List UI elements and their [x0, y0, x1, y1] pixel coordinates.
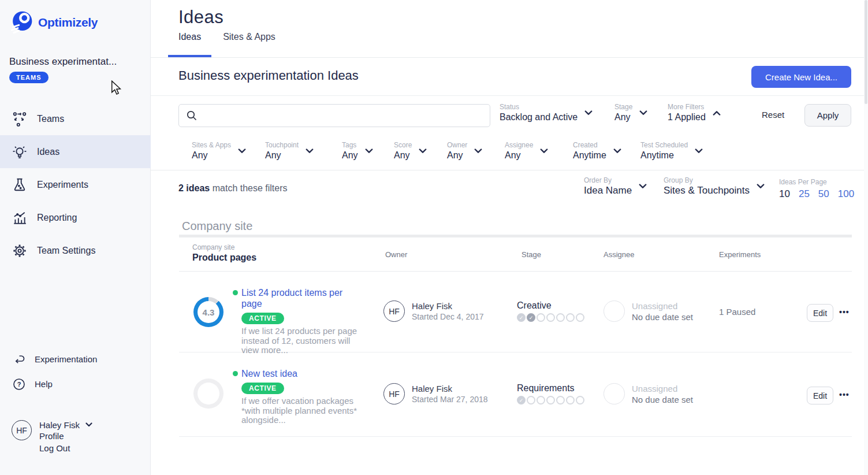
- scrollbar[interactable]: [864, 0, 868, 475]
- stage-filter[interactable]: Stage Any: [614, 103, 647, 123]
- per-page-50[interactable]: 50: [818, 188, 829, 200]
- test-scheduled-filter[interactable]: Test Scheduled Anytime: [640, 141, 703, 161]
- sidebar-nav: Teams Ideas: [0, 102, 151, 267]
- sidebar-item-reporting[interactable]: Reporting: [0, 201, 151, 234]
- sidebar-item-teams[interactable]: Teams: [0, 102, 151, 135]
- user-avatar[interactable]: HF: [12, 420, 32, 440]
- sidebar-item-experimentation[interactable]: Experimentation: [0, 347, 151, 372]
- table-header-assignee: Assignee: [603, 250, 634, 259]
- search-icon: [186, 110, 198, 121]
- order-by-label: Order By: [584, 176, 632, 185]
- order-by-value: Idea Name: [584, 185, 632, 196]
- logout-link[interactable]: Log Out: [39, 443, 92, 455]
- chevron-down-icon: [474, 149, 482, 154]
- return-arrow-icon: [13, 354, 25, 365]
- logo-wordmark: Optimizely: [38, 16, 98, 29]
- owner-name: Haley Fisk: [412, 383, 488, 394]
- filter-value: 1 Applied: [668, 112, 706, 123]
- filter-value: Any: [447, 150, 467, 161]
- page-title: Ideas: [178, 7, 223, 28]
- assignee-filter[interactable]: Assignee Any: [505, 141, 548, 161]
- filter-value: Any: [614, 112, 632, 123]
- filter-label: Assignee: [505, 141, 533, 150]
- group-by-dropdown[interactable]: Group By Sites & Touchpoints: [664, 176, 765, 196]
- score-value: [198, 383, 219, 405]
- apply-button[interactable]: Apply: [804, 104, 851, 127]
- status-filter[interactable]: Status Backlog and Active: [500, 103, 593, 123]
- sidebar-item-experiments[interactable]: Experiments: [0, 168, 151, 201]
- stage-name: Creative: [517, 300, 586, 311]
- tags-filter[interactable]: Tags Any: [342, 141, 373, 161]
- chevron-down-icon: [695, 149, 703, 154]
- group-by-value: Sites & Touchpoints: [664, 185, 750, 196]
- score-ring: 4.3: [193, 297, 223, 327]
- team-name: Business experimentat...: [9, 56, 117, 68]
- owner-started: Started Mar 27, 2018: [412, 394, 488, 405]
- table-header-stage: Stage: [521, 250, 541, 259]
- edit-button[interactable]: Edit: [807, 387, 833, 405]
- edit-button[interactable]: Edit: [807, 304, 833, 322]
- tab-sites-apps[interactable]: Sites & Apps: [223, 32, 275, 57]
- optimizely-logo-icon: [9, 10, 33, 35]
- chevron-down-icon: [419, 149, 427, 154]
- scrollbar-thumb[interactable]: [865, 0, 867, 104]
- idea-title-link[interactable]: New test idea: [233, 368, 359, 379]
- tab-bar: Ideas Sites & Apps: [178, 32, 297, 57]
- bar-chart-icon: [12, 210, 28, 225]
- reset-button[interactable]: Reset: [762, 110, 784, 120]
- idea-title-link[interactable]: List 24 product items per page: [233, 287, 359, 309]
- user-block: HF Haley Fisk Profile Log Out: [12, 418, 92, 455]
- more-filters[interactable]: More Filters 1 Applied: [668, 103, 721, 123]
- chevron-down-icon: [238, 149, 246, 154]
- filter-label: Score: [394, 141, 412, 150]
- order-by-dropdown[interactable]: Order By Idea Name: [584, 176, 647, 196]
- idea-description: If we offer vacation packages *with mult…: [241, 396, 359, 425]
- assignee-name: Unassigned: [632, 383, 693, 394]
- sites-apps-filter[interactable]: Sites & Apps Any: [192, 141, 246, 161]
- active-dot-icon: [233, 290, 238, 295]
- idea-row: 4.3 List 24 product items per page ACTIV…: [179, 272, 852, 352]
- tab-label: Sites & Apps: [223, 32, 275, 42]
- more-menu-icon[interactable]: •••: [839, 390, 850, 399]
- created-filter[interactable]: Created Anytime: [573, 141, 621, 161]
- profile-link[interactable]: Profile: [39, 431, 92, 443]
- sidebar: Optimizely Business experimentat... TEAM…: [0, 0, 151, 475]
- per-page-100[interactable]: 100: [838, 188, 854, 200]
- ideas-per-page: Ideas Per Page 10 25 50 100: [779, 176, 854, 200]
- chevron-down-icon: [306, 149, 314, 154]
- experimentation-label: Experimentation: [35, 354, 97, 364]
- idea-row: New test idea ACTIVE If we offer vacatio…: [179, 352, 852, 437]
- search-box[interactable]: [178, 104, 490, 127]
- owner-started: Started Dec 4, 2017: [412, 311, 484, 322]
- sidebar-footer: Experimentation ? Help: [0, 347, 151, 396]
- tab-ideas[interactable]: Ideas: [178, 32, 201, 57]
- stage-cell: Requirements ✓: [517, 383, 586, 406]
- score-filter[interactable]: Score Any: [394, 141, 427, 161]
- gear-icon: [12, 243, 28, 258]
- sidebar-item-team-settings[interactable]: Team Settings: [0, 234, 151, 267]
- chevron-down-icon: [757, 184, 765, 189]
- table-header-site: Company site: [192, 243, 256, 251]
- more-menu-icon[interactable]: •••: [839, 307, 850, 317]
- per-page-10[interactable]: 10: [779, 188, 790, 200]
- create-new-idea-button[interactable]: Create New Idea...: [751, 66, 851, 88]
- active-dot-icon: [233, 371, 238, 376]
- touchpoint-filter[interactable]: Touchpoint Any: [265, 141, 314, 161]
- optimizely-logo[interactable]: Optimizely: [9, 10, 98, 35]
- svg-text:?: ?: [17, 381, 21, 388]
- user-menu[interactable]: Haley Fisk: [39, 418, 92, 431]
- board-title: Business experimentation Ideas: [178, 68, 359, 83]
- search-input[interactable]: [198, 105, 490, 127]
- filter-label: Status: [500, 103, 578, 112]
- sidebar-item-ideas[interactable]: Ideas: [0, 135, 151, 168]
- per-page-25[interactable]: 25: [799, 188, 810, 200]
- assignee-avatar: [603, 383, 625, 405]
- group-title: Company site: [182, 220, 252, 233]
- filter-value: Anytime: [640, 150, 688, 161]
- owner-filter[interactable]: Owner Any: [447, 141, 482, 161]
- stage-name: Requirements: [517, 383, 586, 394]
- filter-label: Created: [573, 141, 606, 150]
- chevron-down-icon: [584, 110, 593, 116]
- sidebar-item-help[interactable]: ? Help: [0, 372, 151, 396]
- filter-value: Any: [342, 150, 358, 161]
